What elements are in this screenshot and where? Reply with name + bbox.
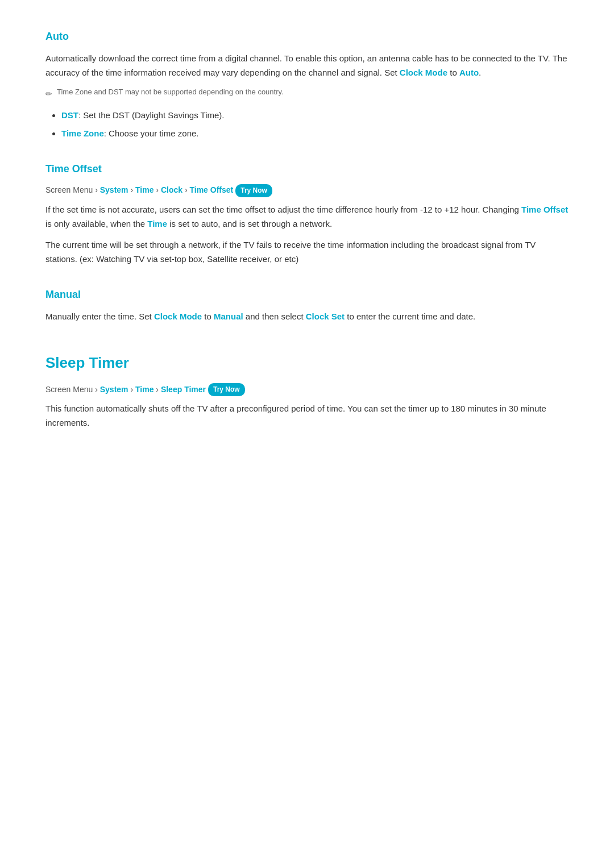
- breadcrumb-clock[interactable]: Clock: [161, 185, 182, 194]
- time-offset-body1: If the set time is not accurate, users c…: [45, 203, 569, 231]
- time-offset-body2: The current time will be set through a n…: [45, 238, 569, 267]
- sleep-breadcrumb-sleep-timer[interactable]: Sleep Timer: [161, 385, 206, 394]
- manual-body1: Manually enter the time. Set Clock Mode …: [45, 310, 569, 324]
- time-offset-section: Time Offset Screen Menu › System › Time …: [45, 161, 569, 267]
- manual-manual-link[interactable]: Manual: [214, 312, 243, 321]
- manual-clock-mode-link[interactable]: Clock Mode: [154, 312, 202, 321]
- auto-note-row: ✏ Time Zone and DST may not be supported…: [45, 86, 569, 100]
- auto-title: Auto: [45, 28, 569, 45]
- sleep-timer-try-now-badge[interactable]: Try Now: [208, 383, 245, 396]
- manual-clock-set-link[interactable]: Clock Set: [306, 312, 345, 321]
- auto-timezone-link[interactable]: Time Zone: [61, 128, 104, 138]
- sleep-timer-section: Sleep Timer Screen Menu › System › Time …: [45, 351, 569, 430]
- auto-body1: Automatically download the correct time …: [45, 52, 569, 80]
- pencil-icon: ✏: [45, 88, 52, 100]
- breadcrumb-system[interactable]: System: [100, 185, 128, 194]
- sleep-breadcrumb-system[interactable]: System: [100, 385, 128, 394]
- auto-section: Auto Automatically download the correct …: [45, 28, 569, 140]
- sleep-breadcrumb-time[interactable]: Time: [135, 385, 154, 394]
- auto-bullet-list: DST: Set the DST (Daylight Savings Time)…: [45, 109, 569, 140]
- time-offset-link[interactable]: Time Offset: [521, 205, 568, 214]
- auto-bullet-dst: DST: Set the DST (Daylight Savings Time)…: [61, 109, 569, 122]
- auto-auto-link[interactable]: Auto: [459, 68, 479, 77]
- auto-body1-text: Automatically download the correct time …: [45, 53, 567, 77]
- breadcrumb-time[interactable]: Time: [135, 185, 154, 194]
- time-offset-try-now-badge[interactable]: Try Now: [235, 184, 272, 197]
- time-offset-breadcrumb: Screen Menu › System › Time › Clock › Ti…: [45, 184, 569, 197]
- time-offset-title: Time Offset: [45, 161, 569, 177]
- auto-note-text: Time Zone and DST may not be supported d…: [57, 86, 284, 98]
- sleep-timer-breadcrumb: Screen Menu › System › Time › Sleep Time…: [45, 383, 569, 397]
- breadcrumb-time-offset[interactable]: Time Offset: [189, 185, 233, 194]
- manual-title: Manual: [45, 286, 569, 303]
- auto-clock-mode-link[interactable]: Clock Mode: [400, 68, 447, 77]
- time-link[interactable]: Time: [147, 219, 167, 229]
- sleep-timer-body1: This function automatically shuts off th…: [45, 402, 569, 430]
- manual-section: Manual Manually enter the time. Set Cloc…: [45, 286, 569, 324]
- auto-bullet-timezone: Time Zone: Choose your time zone.: [61, 127, 569, 140]
- sleep-timer-title: Sleep Timer: [45, 351, 569, 375]
- auto-dst-link[interactable]: DST: [61, 110, 78, 120]
